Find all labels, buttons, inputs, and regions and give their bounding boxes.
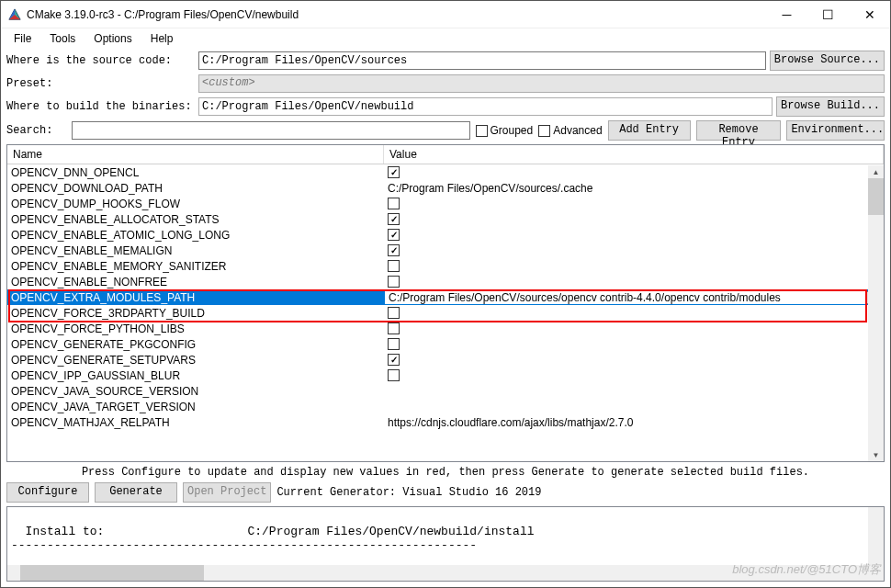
advanced-checkbox[interactable]: Advanced [538,124,602,137]
cell-value[interactable] [384,322,884,334]
preset-combo[interactable]: <custom> [198,74,885,93]
table-row[interactable]: OPENCV_GENERATE_PKGCONFIG [7,336,884,352]
cell-name: OPENCV_GENERATE_SETUPVARS [7,354,384,367]
hint-text: Press Configure to update and display ne… [1,464,890,481]
menu-options[interactable]: Options [86,30,139,47]
table-row[interactable]: OPENCV_DNN_OPENCL [7,164,884,180]
cell-value[interactable] [384,354,884,366]
open-project-button: Open Project [183,482,271,503]
checkbox-icon[interactable] [388,198,400,209]
grouped-checkbox[interactable]: Grouped [476,124,534,137]
cell-name: OPENCV_JAVA_SOURCE_VERSION [7,385,384,398]
table-row[interactable]: OPENCV_JAVA_TARGET_VERSION [7,399,884,414]
preset-label: Preset: [6,77,195,90]
search-input[interactable] [72,121,469,140]
output-hscroll[interactable] [7,565,868,581]
cell-name: OPENCV_DUMP_HOOKS_FLOW [7,198,384,210]
cell-value[interactable] [384,198,884,209]
checkbox-icon[interactable] [388,354,400,366]
col-value[interactable]: Value [384,145,884,164]
table-row[interactable]: OPENCV_EXTRA_MODULES_PATHC:/Program File… [7,289,884,305]
checkbox-icon[interactable] [388,166,400,178]
table-row[interactable]: OPENCV_FORCE_PYTHON_LIBS [7,321,884,336]
cell-value[interactable] [384,244,884,256]
cell-value[interactable]: C:/Program Files/OpenCV/sources/opencv c… [384,290,884,305]
checkbox-icon[interactable] [388,244,400,256]
cell-name: OPENCV_ENABLE_NONFREE [7,276,384,288]
configure-button[interactable]: Configure [6,482,89,503]
titlebar: CMake 3.19.0-rc3 - C:/Program Files/Open… [1,1,890,28]
checkbox-icon[interactable] [388,307,400,319]
search-label: Search: [6,124,66,137]
table-row[interactable]: OPENCV_JAVA_SOURCE_VERSION [7,383,884,399]
table-row[interactable]: OPENCV_MATHJAX_RELPATHhttps://cdnjs.clou… [7,414,884,430]
menu-file[interactable]: File [6,30,39,47]
table-row[interactable]: OPENCV_GENERATE_SETUPVARS [7,352,884,368]
output-log[interactable]: Install to: C:/Program Files/OpenCV/newb… [6,506,885,582]
cell-name: OPENCV_GENERATE_PKGCONFIG [7,338,384,351]
cell-name: OPENCV_DOWNLOAD_PATH [7,182,384,195]
minimize-button[interactable]: ─ [766,1,807,28]
cell-name: OPENCV_FORCE_3RDPARTY_BUILD [7,307,384,320]
table-row[interactable]: OPENCV_ENABLE_ATOMIC_LONG_LONG [7,227,884,243]
table-row[interactable]: OPENCV_DUMP_HOOKS_FLOW [7,196,884,211]
cell-value[interactable]: C:/Program Files/OpenCV/sources/.cache [384,182,884,195]
cell-value[interactable] [384,276,884,288]
table-row[interactable]: OPENCV_FORCE_3RDPARTY_BUILD [7,305,884,321]
cell-value[interactable] [384,307,884,319]
browse-source-button[interactable]: Browse Source... [770,51,885,71]
window-title: CMake 3.19.0-rc3 - C:/Program Files/Open… [27,8,766,21]
table-row[interactable]: OPENCV_ENABLE_MEMALIGN [7,243,884,258]
cell-name: OPENCV_JAVA_TARGET_VERSION [7,401,384,413]
cell-name: OPENCV_IPP_GAUSSIAN_BLUR [7,369,384,382]
add-entry-button[interactable]: Add Entry [608,120,691,141]
generator-label: Current Generator: Visual Studio 16 2019 [276,486,541,499]
build-input[interactable] [198,97,773,116]
checkbox-icon[interactable] [388,276,400,288]
cell-name: OPENCV_ENABLE_ATOMIC_LONG_LONG [7,229,384,242]
cmake-logo-icon [8,8,21,21]
table-row[interactable]: OPENCV_ENABLE_NONFREE [7,274,884,289]
checkbox-icon[interactable] [388,213,400,225]
cache-table: Name Value OPENCV_DNN_OPENCLOPENCV_DOWNL… [6,144,885,462]
cell-name: OPENCV_ENABLE_MEMALIGN [7,244,384,257]
menubar: File Tools Options Help [1,28,890,49]
cell-name: OPENCV_FORCE_PYTHON_LIBS [7,322,384,335]
table-row[interactable]: OPENCV_ENABLE_MEMORY_SANITIZER [7,258,884,274]
cell-name: OPENCV_EXTRA_MODULES_PATH [7,291,384,304]
output-vscroll[interactable] [868,507,884,581]
cell-value[interactable] [384,213,884,225]
menu-help[interactable]: Help [143,30,181,47]
close-button[interactable]: ✕ [849,1,890,28]
remove-entry-button[interactable]: Remove Entry [696,120,782,141]
cell-name: OPENCV_ENABLE_MEMORY_SANITIZER [7,260,384,273]
build-label: Where to build the binaries: [6,100,195,113]
table-row[interactable]: OPENCV_DOWNLOAD_PATHC:/Program Files/Ope… [7,180,884,196]
checkbox-icon[interactable] [388,369,400,381]
table-scrollbar[interactable]: ▲▼ [868,165,884,461]
generate-button[interactable]: Generate [95,482,177,503]
checkbox-icon[interactable] [388,338,400,350]
browse-build-button[interactable]: Browse Build... [776,96,885,117]
menu-tools[interactable]: Tools [42,30,83,47]
cell-name: OPENCV_DNN_OPENCL [7,166,384,179]
table-row[interactable]: OPENCV_IPP_GAUSSIAN_BLUR [7,368,884,383]
cell-value[interactable] [384,229,884,241]
col-name[interactable]: Name [7,145,384,164]
environment-button[interactable]: Environment... [786,120,885,141]
cell-value[interactable] [384,369,884,381]
checkbox-icon[interactable] [388,229,400,241]
table-row[interactable]: OPENCV_ENABLE_ALLOCATOR_STATS [7,211,884,227]
checkbox-icon[interactable] [388,322,400,334]
source-label: Where is the source code: [6,54,195,67]
cell-value[interactable] [384,338,884,350]
cell-value[interactable] [384,260,884,272]
maximize-button[interactable]: ☐ [807,1,849,28]
cell-value[interactable] [384,166,884,178]
checkbox-icon[interactable] [388,260,400,272]
cell-name: OPENCV_ENABLE_ALLOCATOR_STATS [7,213,384,226]
cell-value[interactable]: https://cdnjs.cloudflare.com/ajax/libs/m… [384,416,884,429]
source-input[interactable] [198,51,766,70]
cell-name: OPENCV_MATHJAX_RELPATH [7,416,384,429]
